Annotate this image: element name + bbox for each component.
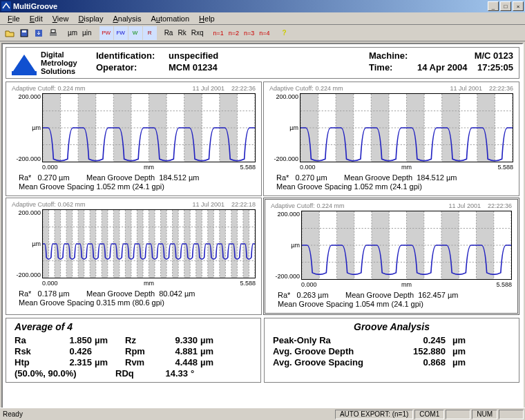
n2-button[interactable]: n=2 (227, 26, 241, 40)
status-autoexport: AUTO EXPORT: (n=1) (335, 410, 413, 419)
timestamp: 11 Jul 2001 22:22:18 (192, 201, 256, 208)
y-min: -200.000 (269, 155, 298, 162)
groove-panel: Groove Analysis Peak-Only Ra0.245µm Avg.… (264, 318, 519, 383)
x-min: 0.000 (42, 280, 58, 287)
x-unit: mm (317, 281, 497, 288)
close-button[interactable]: × (513, 1, 524, 11)
n3-button[interactable]: n=3 (242, 26, 256, 40)
w-button[interactable]: W (128, 26, 142, 40)
rxq-button[interactable]: Rxq (189, 26, 206, 40)
titlebar[interactable]: MultiGroove _ □ × (0, 0, 525, 12)
avg-row: Rsk0.426 Rpm4.881µm (15, 346, 252, 356)
logo-icon (12, 50, 37, 75)
menu-view[interactable]: View (48, 13, 74, 24)
ra-button[interactable]: Ra (162, 26, 175, 40)
operator-value: MCM 01234 (169, 62, 218, 73)
chart-panel-4[interactable]: Adaptive Cutoff: 0.224 mm 11 Jul 2001 22… (263, 198, 519, 315)
cutoff-label: Adaptive Cutoff: 0.224 mm (271, 202, 344, 209)
x-min: 0.000 (300, 164, 316, 171)
x-max: 5.588 (240, 280, 256, 287)
avg-row: Ra1.850µm Rz9.330µm (15, 335, 252, 345)
export-button[interactable] (32, 26, 46, 40)
y-max: 200.000 (269, 93, 298, 100)
menu-help[interactable]: Help (194, 13, 220, 24)
x-min: 0.000 (42, 164, 58, 171)
help-icon[interactable]: ? (278, 26, 292, 40)
status-ready: Ready (0, 410, 335, 418)
average-panel: Average of 4 Ra1.850µm Rz9.330µm Rsk0.42… (6, 318, 261, 383)
metrics-row1: Ra* 0.178 µm Mean Groove Depth 80.042 µm (19, 289, 256, 298)
avg-row: Htp2.315µm Rvm4.448µm (15, 357, 252, 368)
metrics-row2: Mean Groove Spacing 1.052 mm (24.1 gpi) (276, 182, 513, 191)
rk-button[interactable]: Rk (175, 26, 188, 40)
n1-button[interactable]: n=1 (211, 26, 225, 40)
x-min: 0.000 (301, 281, 317, 288)
machine-value: M/C 0123 (417, 50, 513, 61)
y-min: -200.000 (12, 271, 41, 278)
minimize-button[interactable]: _ (488, 1, 499, 11)
menu-display[interactable]: Display (73, 13, 108, 24)
time-label: Time: (369, 62, 417, 73)
chart-panel-2[interactable]: Adaptive Cutoff: 0.224 mm 11 Jul 2001 22… (263, 82, 519, 196)
save-button[interactable] (17, 26, 31, 40)
unit-uin-button[interactable]: µin (80, 26, 94, 40)
chart-panel-1[interactable]: Adaptive Cutoff: 0.224 mm 11 Jul 2001 22… (6, 82, 262, 196)
time-value: 14 Apr 2004 17:25:05 (417, 62, 513, 73)
identification-value: unspecified (169, 50, 218, 61)
rdq-label: RDq (115, 368, 150, 379)
window-title: MultiGroove (13, 2, 488, 10)
x-unit: mm (58, 280, 240, 287)
y-unit: µm (271, 242, 300, 249)
menu-analysis[interactable]: Analysis (108, 13, 146, 24)
chart-panel-3[interactable]: Adaptive Cutoff: 0.062 mm 11 Jul 2001 22… (6, 198, 262, 315)
maximize-button[interactable]: □ (500, 1, 511, 11)
metrics-row1: Ra* 0.270 µm Mean Groove Depth 184.512 µ… (276, 173, 513, 182)
metrics-row1: Ra* 0.263 µm Mean Groove Depth 162.457 µ… (278, 291, 512, 299)
y-min: -200.000 (12, 155, 41, 162)
open-button[interactable] (3, 26, 17, 40)
r-button[interactable]: R (143, 26, 157, 40)
y-max: 200.000 (271, 211, 300, 218)
svg-rect-2 (22, 30, 26, 32)
x-max: 5.588 (497, 164, 513, 171)
metrics-row2: Mean Groove Spacing 1.052 mm (24.1 gpi) (19, 182, 256, 191)
machine-label: Machine: (369, 50, 417, 61)
statusbar: Ready AUTO EXPORT: (n=1) COM1 NUM (0, 408, 525, 420)
menu-automation[interactable]: Automation (146, 13, 194, 24)
metrics-row2: Mean Groove Spacing 0.315 mm (80.6 gpi) (19, 298, 256, 307)
groove-title: Groove Analysis (273, 321, 510, 332)
metrics-row1: Ra* 0.270 µm Mean Groove Depth 184.512 µ… (19, 173, 256, 182)
toolbar: µm µin PW FW W R Ra Rk Rxq n=1 n=2 n=3 n… (0, 25, 525, 41)
app-icon (1, 1, 11, 11)
rdq-value: 14.33 (150, 368, 188, 379)
fw1-button[interactable]: FW (114, 26, 128, 40)
menu-edit[interactable]: Edit (25, 13, 48, 24)
menu-file[interactable]: File (3, 13, 25, 24)
groove-row: Peak-Only Ra0.245µm (273, 335, 510, 345)
operator-label: Operator: (96, 62, 169, 73)
status-com: COM1 (414, 410, 444, 419)
n4-button[interactable]: n=4 (257, 26, 271, 40)
brand-name: DigitalMetrologySolutions (41, 50, 82, 75)
groove-row: Avg. Groove Spacing0.868µm (273, 357, 510, 368)
y-unit: µm (269, 124, 298, 131)
average-title: Average of 4 (15, 321, 252, 332)
x-unit: mm (58, 164, 240, 171)
pw1-button[interactable]: PW (99, 26, 113, 40)
waveform-plot (42, 93, 256, 162)
unit-um-button[interactable]: µm (66, 26, 79, 40)
menubar: File Edit View Display Analysis Automati… (0, 12, 525, 25)
svg-rect-7 (12, 71, 37, 75)
y-unit: µm (12, 240, 41, 247)
x-max: 5.588 (240, 164, 256, 171)
cutoff-label: Adaptive Cutoff: 0.224 mm (269, 85, 343, 92)
print-button[interactable] (46, 26, 60, 40)
timestamp: 11 Jul 2001 22:22:36 (450, 85, 513, 92)
metrics-row2: Mean Groove Spacing 1.054 mm (24.1 gpi) (278, 300, 512, 308)
groove-row: Avg. Groove Depth152.880µm (273, 346, 510, 356)
waveform-plot (300, 93, 513, 162)
y-min: -200.000 (271, 273, 300, 280)
svg-rect-5 (51, 30, 55, 32)
cutoff-label: Adaptive Cutoff: 0.224 mm (12, 85, 85, 92)
y-max: 200.000 (12, 93, 41, 100)
